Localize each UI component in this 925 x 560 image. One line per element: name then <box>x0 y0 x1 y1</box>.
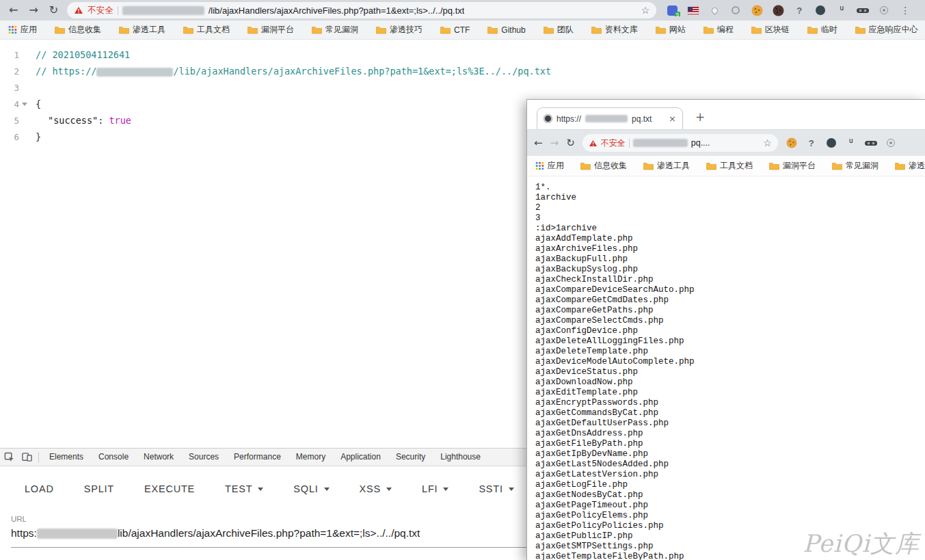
inspect-element-icon[interactable] <box>0 452 18 462</box>
us-flag-extension-icon[interactable] <box>687 4 699 16</box>
help-extension-icon[interactable]: ? <box>805 137 818 149</box>
folder-icon <box>591 26 602 34</box>
bookmark-folder[interactable]: 信息收集 <box>55 24 101 36</box>
pin-extension-icon[interactable] <box>708 4 721 16</box>
file-list-line: ajaxGetLast5NodesAdded.php <box>535 459 925 470</box>
bookmark-folder[interactable]: 工具文档 <box>706 160 753 172</box>
help-icon: ? <box>809 138 814 148</box>
hackbar-dropdown-button[interactable]: TEST <box>225 483 263 494</box>
button-label: SSTI <box>479 483 502 494</box>
u-icon: u <box>849 137 853 144</box>
url-input[interactable]: https: lib/ajaxHandlers/ajaxArchiveFiles… <box>11 527 420 539</box>
bookmark-folder[interactable]: 工具文档 <box>183 24 230 36</box>
devtools-tab[interactable]: Application <box>333 449 388 466</box>
cookie-extension-icon[interactable] <box>751 4 763 16</box>
hackbar-dropdown-button[interactable]: SQLI <box>293 483 329 494</box>
bookmark-folder[interactable]: 网站 <box>656 24 686 36</box>
hackbar-dropdown-button[interactable]: SSTI <box>479 483 513 494</box>
folder-icon <box>706 162 716 170</box>
bookmark-folder[interactable]: 编程 <box>703 24 734 36</box>
folder-icon <box>751 26 762 34</box>
devtools-tab[interactable]: Console <box>91 449 136 466</box>
devtools-tab[interactable]: Elements <box>42 449 91 466</box>
overlay-tab[interactable]: https:// pq.txt × <box>537 107 683 129</box>
bookmark-folder[interactable]: CTF <box>440 25 470 35</box>
help-extension-icon[interactable]: ? <box>793 4 805 16</box>
goggles-extension-icon[interactable] <box>857 4 869 16</box>
flag-icon <box>688 7 699 14</box>
devtools-tab[interactable]: Security <box>388 449 433 466</box>
hackbar-button[interactable]: SPLIT <box>84 483 114 494</box>
bookmark-label: 应急响应中心 <box>869 24 918 36</box>
refresh-icon[interactable]: ↻ <box>49 5 58 16</box>
file-list-line: ajaxDeleteTemplate.php <box>535 347 925 357</box>
proxy-extension-icon[interactable]: 5 <box>666 4 678 16</box>
bookmark-folder[interactable]: 资料文库 <box>591 24 638 36</box>
bookmark-folder[interactable]: 临时 <box>807 24 837 36</box>
extensions-area: 5 ? u ⋮ <box>666 4 925 16</box>
devtools-tab[interactable]: Performance <box>226 449 289 466</box>
ring-extension-icon[interactable] <box>729 4 742 16</box>
button-label: LFI <box>422 483 438 494</box>
folder-icon <box>183 26 193 34</box>
bookmark-folder[interactable]: 渗透工具 <box>119 24 165 36</box>
bookmark-apps[interactable]: 应用 <box>8 24 37 36</box>
cookie-extension-icon[interactable] <box>786 137 798 149</box>
bookmark-folder[interactable]: 渗透技巧 <box>376 24 423 36</box>
devtools-tab[interactable]: Lighthouse <box>433 449 488 466</box>
refresh-icon[interactable]: ↻ <box>566 137 575 149</box>
bookmark-folder[interactable]: Github <box>487 25 525 35</box>
bookmark-label: 漏洞平台 <box>261 24 294 36</box>
help-icon: ? <box>796 5 802 16</box>
bookmark-folder[interactable]: 常见漏洞 <box>832 160 879 172</box>
redacted-host <box>122 6 204 15</box>
bookmark-folder[interactable]: 漏洞平台 <box>247 24 294 36</box>
hackbar-button[interactable]: EXECUTE <box>144 483 195 494</box>
browser-menu-icon[interactable]: ⋮ <box>899 4 911 16</box>
address-bar[interactable]: 不安全 /lib/ajaxHandlers/ajaxArchiveFiles.p… <box>67 2 656 18</box>
forward-icon[interactable]: → <box>550 137 559 149</box>
dark-cookie-extension-icon[interactable] <box>772 4 784 16</box>
target-extension-icon[interactable] <box>885 137 897 149</box>
u-extension-icon[interactable]: u <box>845 137 857 149</box>
file-list-line: ajaxGetCommandsByCat.php <box>535 408 925 418</box>
line-number: 6 <box>0 132 19 142</box>
folder-icon <box>807 26 818 34</box>
bookmark-folder[interactable]: 应急响应中心 <box>855 24 918 36</box>
bookmark-folder[interactable]: 渗透工具 <box>643 160 690 172</box>
bookmark-star-icon[interactable]: ☆ <box>763 137 772 148</box>
bookmark-folder[interactable]: 渗透技巧 <box>895 160 925 172</box>
device-toolbar-icon[interactable] <box>18 452 36 462</box>
devtools-separator <box>38 452 39 463</box>
back-icon[interactable]: ← <box>9 5 18 16</box>
hackbar-dropdown-button[interactable]: XSS <box>360 483 392 494</box>
goggles-extension-icon[interactable] <box>865 137 877 149</box>
file-list-line: ajaxGetPolicyElems.php <box>535 511 925 521</box>
back-icon[interactable]: ← <box>534 137 543 149</box>
bookmark-folder[interactable]: 信息收集 <box>580 160 627 172</box>
bookmark-star-icon[interactable]: ☆ <box>641 5 650 16</box>
devtools-tab[interactable]: Sources <box>181 449 226 466</box>
devtools-tab[interactable]: Network <box>136 449 181 466</box>
bookmark-folder[interactable]: 常见漏洞 <box>312 24 358 36</box>
new-tab-icon[interactable]: + <box>691 108 709 126</box>
bookmark-apps[interactable]: 应用 <box>535 160 564 172</box>
bookmark-folder[interactable]: 漏洞平台 <box>769 160 816 172</box>
address-bar[interactable]: 不安全 pq.... ☆ <box>582 134 778 152</box>
file-list-line: 2 <box>535 203 925 213</box>
devtools-tab[interactable]: Memory <box>289 449 333 466</box>
target-extension-icon[interactable] <box>878 4 890 16</box>
globe-extension-icon[interactable] <box>825 137 837 149</box>
hackbar-button[interactable]: LOAD <box>25 483 54 494</box>
goggles-icon <box>865 139 877 147</box>
folder-icon <box>832 162 842 170</box>
tab-close-icon[interactable]: × <box>669 114 676 124</box>
globe-extension-icon[interactable] <box>814 4 827 16</box>
bookmark-folder[interactable]: 团队 <box>544 24 574 36</box>
fold-toggle-icon[interactable] <box>22 103 27 106</box>
forward-icon[interactable]: → <box>29 5 38 16</box>
hackbar-dropdown-button[interactable]: LFI <box>422 483 448 494</box>
bookmark-folder[interactable]: 区块链 <box>751 24 790 36</box>
folder-icon <box>312 26 322 34</box>
u-extension-icon[interactable]: u <box>835 4 848 16</box>
